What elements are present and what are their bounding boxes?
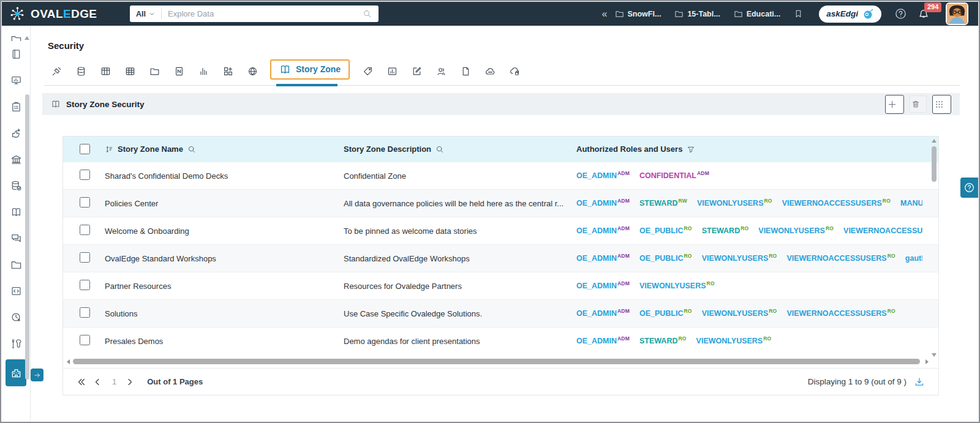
table-row[interactable]: OvalEdge Standard WorkshopsStandardized …: [63, 244, 938, 272]
recent-item[interactable]: Educati...: [734, 9, 781, 18]
brand-logo[interactable]: OVALEDGE: [9, 6, 130, 22]
column-search-icon[interactable]: [435, 145, 444, 154]
role-link[interactable]: OE_ADMINADM: [576, 282, 630, 290]
role-link[interactable]: VIEWERNOACCESSUSERSRO: [786, 309, 895, 318]
sidebar-item-monitor-chart-2[interactable]: [2, 67, 30, 94]
scroll-down-icon[interactable]: [932, 353, 937, 357]
tab-cloud-api[interactable]: [478, 66, 502, 77]
role-link[interactable]: gauthamRO: [905, 254, 922, 263]
tab-table-columns[interactable]: [118, 66, 142, 77]
table-row[interactable]: Welcome & OnboardingTo be pinned as welc…: [63, 217, 938, 244]
table-row[interactable]: Presales DemosDemo agendas for client pr…: [63, 327, 938, 354]
recent-item[interactable]: 15-Tabl...: [674, 9, 720, 18]
search-input[interactable]: [162, 9, 363, 18]
sidebar-scroll-up-icon[interactable]: [24, 36, 29, 40]
role-link[interactable]: OE_ADMINADM: [576, 254, 630, 263]
row-checkbox[interactable]: [80, 225, 90, 235]
search-icon[interactable]: [363, 9, 372, 18]
role-link[interactable]: VIEWONLYUSERSRO: [702, 254, 777, 263]
tab-globe[interactable]: [240, 66, 265, 77]
role-link[interactable]: OE_PUBLICRO: [639, 309, 692, 318]
next-page-button[interactable]: [125, 377, 135, 387]
scroll-up-icon[interactable]: [932, 139, 937, 143]
tab-folder[interactable]: [142, 66, 167, 77]
row-checkbox[interactable]: [80, 280, 90, 290]
row-checkbox[interactable]: [80, 335, 90, 345]
role-link[interactable]: STEWARDRW: [639, 199, 687, 208]
vertical-scroll-thumb[interactable]: [932, 146, 937, 182]
sidebar-expand-button[interactable]: [31, 369, 43, 381]
role-link[interactable]: VIEWONLYUSERSRO: [697, 199, 772, 208]
previous-page-button[interactable]: [92, 377, 102, 387]
select-all-checkbox[interactable]: [80, 144, 90, 154]
recent-item[interactable]: SnowFl...: [615, 9, 662, 18]
table-row[interactable]: Policies CenterAll data governance polic…: [63, 189, 938, 217]
role-link[interactable]: VIEWERNOACCESSUSERSRO: [843, 226, 922, 235]
tab-app-blocks[interactable]: [216, 66, 240, 77]
role-link[interactable]: VIEWONLYUSERSRO: [696, 337, 772, 345]
column-settings-button[interactable]: [932, 95, 951, 114]
tab-cloud-lock[interactable]: [502, 66, 527, 77]
role-link[interactable]: VIEWERNOACCESSUSERSRO: [786, 254, 895, 263]
tab-story-zone[interactable]: Story Zone: [270, 59, 350, 80]
download-icon[interactable]: [914, 376, 925, 387]
floating-help-button[interactable]: [960, 178, 978, 198]
chat-icon: [10, 233, 22, 244]
role-link[interactable]: OE_ADMINADM: [576, 309, 630, 318]
table-row[interactable]: SolutionsUse Case Specific Ovaledge Solu…: [63, 299, 938, 327]
filter-icon[interactable]: [687, 145, 695, 154]
role-link[interactable]: OE_PUBLICRO: [639, 254, 692, 263]
role-link[interactable]: OE_ADMINADM: [576, 226, 630, 235]
tab-connector[interactable]: [44, 66, 69, 77]
role-link[interactable]: VIEWONLYUSERSRO: [702, 309, 777, 318]
sidebar-item-notebook-1[interactable]: [2, 41, 30, 67]
tab-table-grid[interactable]: [93, 66, 118, 77]
tab-database[interactable]: [69, 66, 93, 77]
role-link[interactable]: VIEWONLYUSERSRO: [639, 282, 715, 290]
collapse-recent-icon[interactable]: «: [602, 9, 608, 19]
table-row[interactable]: Partner ResourcesResources for Ovaledge …: [63, 272, 938, 299]
search-scope-dropdown[interactable]: All: [130, 10, 161, 18]
role-link[interactable]: VIEWONLYUSERSRO: [758, 226, 834, 235]
ask-edgi-button[interactable]: askEdgi: [819, 6, 881, 23]
row-checkbox[interactable]: [80, 170, 90, 180]
tab-document[interactable]: [453, 66, 478, 77]
add-story-zone-button[interactable]: [885, 95, 904, 114]
role-link[interactable]: STEWARDRO: [702, 226, 749, 235]
sidebar-item-building-13[interactable]: [6, 359, 26, 386]
row-checkbox[interactable]: [80, 197, 90, 208]
role-link[interactable]: OE_ADMINADM: [576, 199, 630, 208]
tab-users[interactable]: [429, 66, 453, 77]
row-checkbox[interactable]: [80, 252, 90, 263]
bookmark-icon[interactable]: [794, 9, 803, 18]
role-link[interactable]: STEWARDRO: [639, 337, 687, 345]
horizontal-scrollbar[interactable]: [67, 358, 929, 365]
row-checkbox[interactable]: [80, 307, 90, 318]
sidebar-scrollbar[interactable]: [25, 94, 29, 380]
horizontal-scroll-thumb[interactable]: [73, 359, 920, 364]
scroll-left-icon[interactable]: [67, 359, 70, 364]
first-page-button[interactable]: [77, 377, 86, 387]
role-link[interactable]: OE_ADMINADM: [576, 337, 630, 345]
tab-edit-box[interactable]: [404, 66, 429, 77]
table-row[interactable]: Sharad's Confidential Demo DecksConfiden…: [63, 162, 938, 189]
notifications[interactable]: 294: [918, 8, 930, 20]
role-link[interactable]: VIEWERNOACCESSUSERSRO: [782, 199, 891, 208]
user-avatar[interactable]: [946, 2, 968, 25]
vertical-scrollbar[interactable]: [931, 139, 937, 357]
role-link[interactable]: MANUFACTU...: [900, 199, 922, 208]
tab-query-file[interactable]: [167, 66, 191, 77]
role-link[interactable]: CONFIDENTIALADM: [639, 171, 709, 180]
main-content: Security Story Zone Story Zone Security …: [31, 26, 978, 421]
role-link[interactable]: OE_ADMINADM: [576, 171, 630, 180]
scroll-right-icon[interactable]: [925, 359, 929, 364]
tab-image-chart[interactable]: [380, 66, 404, 77]
story-zone-table-card: Story Zone Name Story Zone Description A…: [62, 136, 939, 395]
delete-button[interactable]: [910, 95, 927, 113]
help-icon[interactable]: [895, 8, 907, 20]
tab-bar-chart[interactable]: [191, 66, 216, 77]
role-link[interactable]: OE_PUBLICRO: [639, 226, 692, 235]
tab-tag[interactable]: [355, 66, 380, 77]
column-search-icon[interactable]: [187, 145, 196, 154]
sort-icon[interactable]: [105, 145, 113, 154]
